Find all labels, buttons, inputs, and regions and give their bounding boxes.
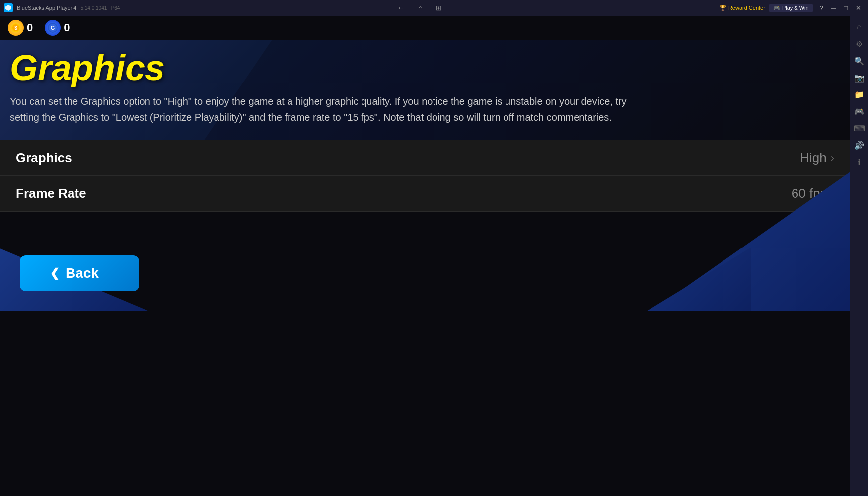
sidebar-icon-settings[interactable]: ⚙ [852, 37, 866, 51]
svg-marker-0 [5, 5, 11, 11]
title-bar-right: 🏆 Reward Center 🎮 Play & Win ? ─ □ ✕ [720, 4, 864, 12]
gold-count: 0 [27, 21, 33, 34]
gem-icon: G [45, 20, 61, 36]
back-button-label: Back [66, 265, 99, 281]
graphics-value-container: High › [800, 150, 834, 165]
graphics-setting-row[interactable]: Graphics High › [0, 140, 850, 176]
sidebar-icon-search[interactable]: 🔍 [852, 54, 866, 68]
help-button[interactable]: ? [817, 4, 826, 12]
play-win-icon: 🎮 [773, 5, 780, 11]
back-chevron-icon: ❮ [50, 266, 60, 280]
minimize-button[interactable]: ─ [828, 4, 839, 12]
back-button[interactable]: ❮ Back [20, 255, 139, 291]
gold-icon: $ [8, 20, 24, 36]
reward-center-label: Reward Center [728, 5, 765, 11]
window-controls: ? ─ □ ✕ [817, 4, 864, 12]
nav-back-button[interactable]: ← [394, 3, 407, 13]
sidebar-icon-controller[interactable]: 🎮 [852, 104, 866, 118]
app-version: 5.14.0.1041 · P64 [80, 5, 120, 11]
play-win-button[interactable]: 🎮 Play & Win [769, 4, 813, 12]
bottom-area: ❮ Back [0, 212, 850, 311]
sidebar-icon-info[interactable]: ℹ [852, 155, 866, 169]
frame-rate-setting-row[interactable]: Frame Rate 60 fps › [0, 176, 850, 212]
bluestacks-icon [4, 3, 13, 12]
maximize-button[interactable]: □ [841, 4, 851, 12]
sidebar-icon-keyboard[interactable]: ⌨ [852, 121, 866, 135]
game-area: $ 0 G 0 Graphics You can set the Grap [0, 16, 850, 496]
sidebar-icon-volume[interactable]: 🔊 [852, 138, 866, 152]
settings-container: Graphics High › Frame Rate 60 fps › [0, 140, 850, 212]
right-sidebar: ⌂ ⚙ 🔍 📷 📁 🎮 ⌨ 🔊 ℹ [850, 16, 868, 496]
deco-right2 [602, 232, 751, 311]
title-bar-left: BlueStacks App Player 4 5.14.0.1041 · P6… [4, 3, 120, 12]
svg-text:G: G [51, 25, 55, 31]
nav-screenshot-button[interactable]: ⊞ [433, 3, 445, 13]
gem-display: G 0 [45, 20, 70, 36]
reward-center-button[interactable]: 🏆 Reward Center [720, 5, 765, 11]
gem-count: 0 [64, 21, 70, 34]
graphics-value: High [800, 150, 826, 165]
graphics-hero: Graphics You can set the Graphics option… [0, 40, 850, 140]
sidebar-icon-home[interactable]: ⌂ [852, 20, 866, 34]
svg-text:$: $ [14, 25, 17, 31]
title-bar-nav: ← ⌂ ⊞ [394, 3, 445, 13]
graphics-title: Graphics [10, 50, 840, 85]
graphics-chevron-icon: › [831, 152, 834, 165]
sidebar-icon-folder[interactable]: 📁 [852, 87, 866, 101]
main-content: $ 0 G 0 Graphics You can set the Grap [0, 16, 868, 496]
close-button[interactable]: ✕ [853, 4, 864, 12]
app-title: BlueStacks App Player 4 [17, 5, 76, 11]
title-bar: BlueStacks App Player 4 5.14.0.1041 · P6… [0, 0, 868, 16]
gold-display: $ 0 [8, 20, 33, 36]
reward-icon: 🏆 [720, 5, 726, 11]
sidebar-icon-camera[interactable]: 📷 [852, 71, 866, 84]
frame-rate-label: Frame Rate [16, 186, 86, 201]
nav-home-button[interactable]: ⌂ [415, 3, 425, 13]
graphics-description: You can set the Graphics option to "High… [10, 93, 655, 125]
top-bar: $ 0 G 0 [0, 16, 850, 40]
graphics-label: Graphics [16, 150, 72, 165]
play-win-label: Play & Win [782, 5, 809, 11]
